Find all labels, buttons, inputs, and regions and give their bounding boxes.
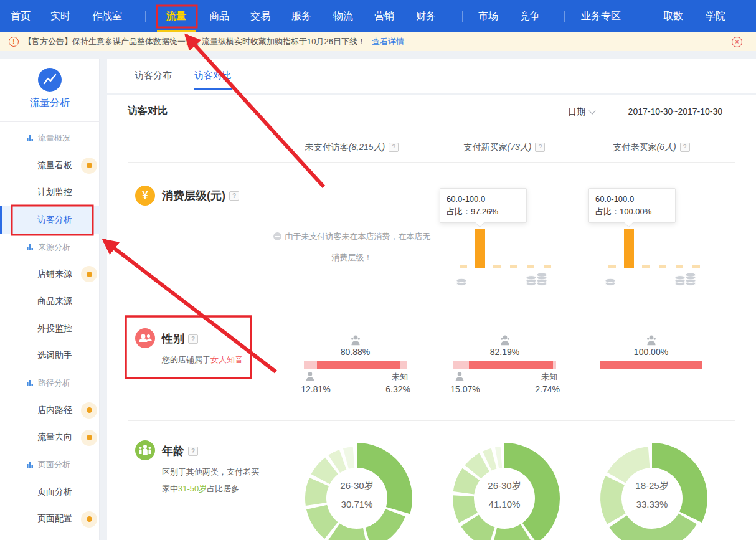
no-consumption-note: 由于未支付访客未在本店消费，在本店无 消费层级！ <box>258 230 445 264</box>
help-icon[interactable]: ? <box>680 143 690 152</box>
sidebar-item[interactable]: 计划监控 <box>0 179 100 206</box>
help-icon[interactable]: ? <box>535 143 545 152</box>
close-icon[interactable]: × <box>732 37 742 47</box>
male-icon <box>454 371 465 382</box>
unknown-segment <box>400 361 407 369</box>
new-badge-dot <box>81 266 97 282</box>
nav-item-11[interactable]: 市场 <box>478 0 498 32</box>
gender-stacked-bar <box>600 361 702 369</box>
announcement-bar: ! 【官方公告】保持生意参谋产品整体数据统一性，流量纵横实时收藏加购指标于10月… <box>0 32 756 51</box>
new-badge-dot <box>81 430 97 446</box>
gender-stacked-bar <box>453 361 556 369</box>
bar <box>659 265 666 268</box>
chart-icon <box>26 379 34 387</box>
nav-item-14[interactable]: 取数 <box>663 0 683 32</box>
tab-visitor-compare[interactable]: 访客对比 <box>194 59 232 92</box>
sidebar-item[interactable]: 访客分析 <box>0 206 100 234</box>
column-header: 支付老买家(6人)? <box>558 140 745 154</box>
date-range-value[interactable]: 2017-10-30~2017-10-30 <box>628 107 722 116</box>
warning-icon: ! <box>9 37 19 47</box>
bar <box>642 265 650 268</box>
help-icon[interactable]: ? <box>389 143 399 152</box>
sidebar-item[interactable]: 页面分析 <box>0 478 100 506</box>
divider <box>128 162 735 163</box>
chevron-down-icon <box>588 107 595 114</box>
nav-divider <box>648 11 648 22</box>
consumption-bar-chart-old-buyers: 60.0-100.0占比：100.00% <box>605 188 699 282</box>
sidebar-item[interactable]: 店内路径 <box>0 397 100 424</box>
bar <box>475 229 485 268</box>
help-icon[interactable]: ? <box>188 334 198 344</box>
nav-item-13[interactable]: 业务专区 <box>581 0 621 32</box>
donut-center-value: 33.33% <box>593 499 711 509</box>
tab-bar: 访客分布 访客对比 <box>107 59 756 93</box>
female-icon <box>499 334 511 346</box>
nav-item-8[interactable]: 物流 <box>333 0 353 32</box>
nav-divider <box>145 11 146 22</box>
nav-item-5[interactable]: 商品 <box>209 0 229 32</box>
sidebar-item[interactable]: 流量去向 <box>0 424 100 452</box>
nav-item-9[interactable]: 营销 <box>374 0 394 32</box>
bar <box>527 265 534 268</box>
help-icon[interactable]: ? <box>229 191 239 201</box>
donut-center-value: 41.10% <box>445 499 564 509</box>
nav-item-1[interactable]: 首页 <box>11 0 31 32</box>
sidebar-item[interactable]: 外投监控 <box>0 315 100 343</box>
female-segment <box>600 361 702 369</box>
view-details-link[interactable]: 查看详情 <box>372 36 404 47</box>
divider <box>107 128 756 128</box>
new-badge-dot <box>81 511 97 528</box>
donut-center-label: 26-30岁 <box>445 480 564 492</box>
nav-item-2[interactable]: 实时 <box>50 0 70 32</box>
sidebar-group-label: 页面分析 <box>0 451 100 478</box>
x-axis <box>602 268 702 268</box>
female-icon <box>349 334 362 346</box>
nav-item-10[interactable]: 财务 <box>416 0 436 32</box>
female-segment <box>469 361 554 369</box>
date-filter-dropdown[interactable]: 日期 <box>568 107 595 118</box>
gender-section-icon <box>135 328 155 348</box>
donut-center-value: 30.71% <box>298 499 416 509</box>
sidebar-item[interactable]: 店铺来源 <box>0 260 100 288</box>
nav-item-12[interactable]: 竞争 <box>520 0 540 32</box>
sidebar-item[interactable]: 商品来源 <box>0 288 100 315</box>
bar <box>510 265 517 268</box>
male-segment <box>304 361 317 369</box>
consumption-level-icon: ¥ <box>135 186 155 206</box>
consumption-bar-chart-new-buyers: 60.0-100.0占比：97.26% <box>456 188 550 282</box>
sidebar-item[interactable]: 流量看板 <box>0 152 100 179</box>
sidebar-title: 流量分析 <box>0 97 100 110</box>
chart-tooltip: 60.0-100.0占比：97.26% <box>440 188 527 223</box>
tab-visitor-distribution[interactable]: 访客分布 <box>135 59 172 92</box>
page-title: 访客对比 <box>128 105 168 118</box>
age-section-title: 年龄? <box>162 443 198 458</box>
help-icon[interactable]: ? <box>188 447 198 456</box>
age-donut-chart: 26-30岁30.71% <box>298 439 416 540</box>
gender-bar-group: 100.00% <box>600 334 702 400</box>
nav-item-7[interactable]: 服务 <box>291 0 311 32</box>
male-icon <box>305 371 316 382</box>
unknown-segment <box>553 361 556 369</box>
nav-item-3[interactable]: 作战室 <box>92 0 122 32</box>
sidebar-item[interactable]: 页面配置 <box>0 506 100 533</box>
minus-icon <box>273 232 281 240</box>
male-segment <box>453 361 469 369</box>
sidebar: 流量分析 流量概况流量看板计划监控访客分析来源分析店铺来源商品来源外投监控选词助… <box>0 59 100 540</box>
gender-subtitle: 您的店铺属于女人知音 <box>162 354 243 366</box>
nav-item-15[interactable]: 学院 <box>706 0 725 32</box>
nav-item-6[interactable]: 交易 <box>250 0 270 32</box>
chart-icon <box>26 461 34 468</box>
coin-stack-icon <box>456 270 482 287</box>
sidebar-item[interactable]: 选词助手 <box>0 343 100 370</box>
nav-item-4[interactable]: 流量 <box>166 0 186 32</box>
traffic-analysis-logo-icon <box>38 68 62 92</box>
bar <box>676 265 683 268</box>
coin-stack-icon <box>526 270 552 287</box>
age-section-icon <box>135 440 155 460</box>
consumption-section-title: 消费层级(元)? <box>162 188 239 203</box>
bar <box>544 265 551 268</box>
coin-stack-icon <box>605 270 631 287</box>
top-nav-bar: 首页实时作战室流量商品交易服务物流营销财务市场竞争业务专区取数学院 <box>0 0 756 32</box>
x-axis <box>453 268 553 268</box>
sidebar-group-label: 流量概况 <box>0 125 100 152</box>
